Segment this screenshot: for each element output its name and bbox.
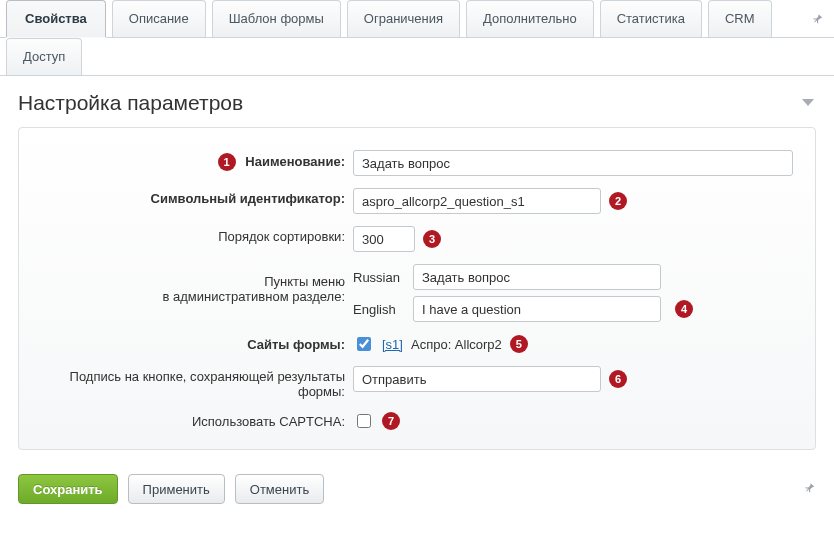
menu-label-line2: в административном разделе: [33,289,345,304]
badge-2: 2 [609,192,627,210]
cancel-button[interactable]: Отменить [235,474,324,504]
site-name: Аспро: Allcorp2 [411,337,502,352]
panel-body: Настройка параметров 1 Наименование: Сим… [0,76,834,518]
sort-label: Порядок сортировки: [218,229,345,244]
badge-7: 7 [382,412,400,430]
footer-pin-icon[interactable] [802,481,816,498]
badge-1: 1 [218,153,236,171]
svg-marker-0 [802,99,814,106]
lang-en-input[interactable] [413,296,661,322]
tab-properties[interactable]: Свойства [6,0,106,37]
site-checkbox[interactable] [357,337,371,351]
form-box: 1 Наименование: Символьный идентификатор… [18,127,816,450]
sites-label: Сайты формы: [247,337,345,352]
tabs-row-1: Свойства Описание Шаблон формы Ограничен… [0,0,834,38]
menu-label-line1: Пункты меню [33,274,345,289]
sort-input[interactable] [353,226,415,252]
site-code-link[interactable]: [s1] [382,337,403,352]
badge-4: 4 [675,300,693,318]
tabs-row-2: Доступ [0,38,834,76]
tab-restrictions[interactable]: Ограничения [347,0,460,37]
save-button[interactable]: Сохранить [18,474,118,504]
tab-description[interactable]: Описание [112,0,206,37]
lang-en-label: English [353,302,405,317]
badge-6: 6 [609,370,627,388]
name-label: Наименование: [245,154,345,169]
lang-ru-label: Russian [353,270,405,285]
tab-statistics[interactable]: Статистика [600,0,702,37]
section-title: Настройка параметров [18,91,800,115]
name-input[interactable] [353,150,793,176]
code-label: Символьный идентификатор: [151,191,345,206]
apply-button[interactable]: Применить [128,474,225,504]
badge-3: 3 [423,230,441,248]
tab-form-template[interactable]: Шаблон формы [212,0,341,37]
pin-icon[interactable] [806,8,828,30]
captcha-checkbox[interactable] [357,414,371,428]
code-input[interactable] [353,188,601,214]
button-caption-label: Подпись на кнопке, сохраняющей результат… [70,369,345,399]
tab-additional[interactable]: Дополнительно [466,0,594,37]
footer-bar: Сохранить Применить Отменить [0,464,834,518]
tab-crm[interactable]: CRM [708,0,772,37]
lang-ru-input[interactable] [413,264,661,290]
button-caption-input[interactable] [353,366,601,392]
chevron-down-icon[interactable] [800,96,816,111]
tab-access[interactable]: Доступ [6,38,82,75]
captcha-label: Использовать CAPTCHA: [192,414,345,429]
badge-5: 5 [510,335,528,353]
